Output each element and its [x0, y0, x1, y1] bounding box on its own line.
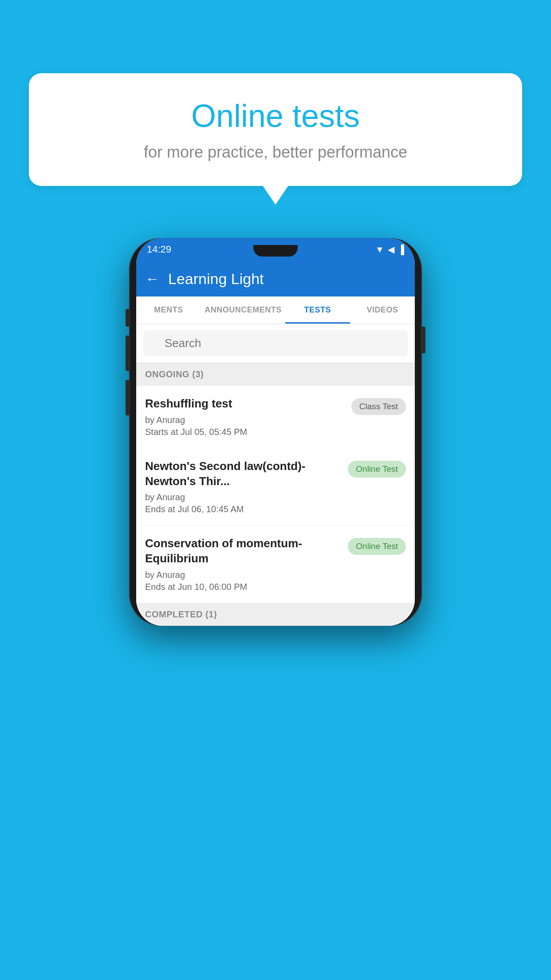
bubble-title: Online tests [55, 98, 496, 134]
phone-screen: 14:29 ▼ ◀ ▐ ← Learning Light MENTS [136, 238, 415, 626]
test-item-3[interactable]: Conservation of momentum-Equilibrium by … [136, 526, 415, 603]
volume-up-button [126, 336, 129, 371]
test-info-1: Reshuffling test by Anurag Starts at Jul… [145, 396, 351, 437]
search-input[interactable] [143, 330, 408, 356]
test-author-2: by Anurag [145, 492, 341, 502]
tab-videos[interactable]: VIDEOS [350, 296, 415, 324]
test-time-2: Ends at Jul 06, 10:45 AM [145, 504, 341, 514]
test-info-3: Conservation of momentum-Equilibrium by … [145, 536, 348, 592]
test-badge-3: Online Test [348, 538, 406, 555]
battery-icon: ▐ [398, 245, 404, 255]
app-title: Learning Light [168, 270, 264, 288]
status-icons: ▼ ◀ ▐ [375, 244, 404, 255]
phone-notch [253, 245, 298, 257]
test-info-2: Newton's Second law(contd)-Newton's Thir… [145, 459, 348, 515]
tab-ments[interactable]: MENTS [136, 296, 201, 324]
test-list: Reshuffling test by Anurag Starts at Jul… [136, 386, 415, 603]
test-badge-1: Class Test [351, 398, 406, 415]
status-time: 14:29 [147, 244, 171, 255]
app-bar: ← Learning Light [136, 261, 415, 296]
test-item-2[interactable]: Newton's Second law(contd)-Newton's Thir… [136, 448, 415, 526]
power-button [422, 327, 425, 353]
search-wrapper: 🔍 [143, 330, 408, 356]
phone-frame: 14:29 ▼ ◀ ▐ ← Learning Light MENTS [129, 238, 422, 626]
ongoing-section-header: ONGOING (3) [136, 363, 415, 386]
signal-icon: ◀ [388, 244, 394, 255]
test-time-1: Starts at Jul 05, 05:45 PM [145, 427, 344, 437]
wifi-icon: ▼ [375, 245, 384, 255]
test-time-3: Ends at Jun 10, 06:00 PM [145, 582, 341, 592]
search-container: 🔍 [136, 324, 415, 363]
speech-bubble: Online tests for more practice, better p… [29, 73, 522, 186]
test-author-3: by Anurag [145, 570, 341, 580]
screen-content: 14:29 ▼ ◀ ▐ ← Learning Light MENTS [136, 238, 415, 626]
test-author-1: by Anurag [145, 415, 344, 425]
completed-section-header: COMPLETED (1) [136, 603, 415, 626]
test-name-1: Reshuffling test [145, 396, 344, 411]
test-name-3: Conservation of momentum-Equilibrium [145, 536, 341, 566]
volume-down-button [126, 380, 129, 415]
tab-announcements[interactable]: ANNOUNCEMENTS [201, 296, 285, 324]
silent-button [126, 309, 129, 327]
tab-tests[interactable]: TESTS [285, 296, 350, 324]
test-name-2: Newton's Second law(contd)-Newton's Thir… [145, 459, 341, 489]
bubble-subtitle: for more practice, better performance [55, 143, 496, 162]
test-badge-2: Online Test [348, 461, 406, 478]
back-button[interactable]: ← [145, 271, 159, 287]
tabs-bar: MENTS ANNOUNCEMENTS TESTS VIDEOS [136, 296, 415, 324]
test-item-1[interactable]: Reshuffling test by Anurag Starts at Jul… [136, 386, 415, 448]
phone-device: 14:29 ▼ ◀ ▐ ← Learning Light MENTS [129, 231, 422, 633]
